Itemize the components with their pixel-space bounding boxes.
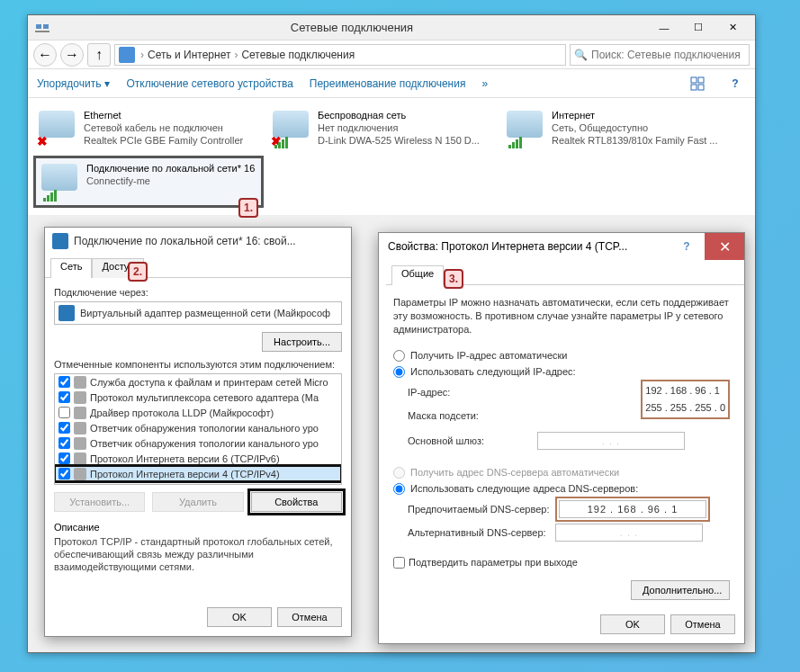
up-button[interactable]: ↑ [87,43,111,67]
protocol-icon [74,468,86,480]
control-panel-icon [119,47,135,63]
svg-rect-5 [691,85,697,90]
configure-button[interactable]: Настроить... [262,332,342,352]
ok-button[interactable]: OK [207,607,272,627]
adapter-name: Интернет [552,109,717,121]
protocol-icon [74,391,86,404]
service-icon [74,376,86,389]
titlebar: Сетевые подключения — ☐ ✕ [28,15,755,40]
close-button[interactable]: ✕ [715,17,750,39]
adapter-name: Ethernet [84,109,243,121]
list-item-ipv4[interactable]: Протокол Интернета версии 4 (TCP/IPv4) [55,466,341,481]
network-icon [52,233,68,249]
adapter-icon [505,109,546,148]
maximize-button[interactable]: ☐ [681,17,715,39]
confirm-checkbox[interactable]: Подтвердить параметры при выходе [393,556,730,569]
svg-rect-4 [698,77,704,83]
radio-auto-dns: Получить адрес DNS-сервера автоматически [393,464,730,480]
help-button[interactable]: ? [669,233,705,260]
view-options-icon[interactable] [687,73,708,94]
tab-network[interactable]: Сеть [50,258,92,278]
list-item[interactable]: Ответчик обнаружения топологии канальног… [55,420,341,435]
cancel-button[interactable]: Отмена [670,614,735,634]
adapter-status: Сетевой кабель не подключен [84,121,243,134]
search-box[interactable]: 🔍 [570,44,750,66]
signal-bars-icon [43,190,57,202]
breadcrumb-item[interactable]: Сетевые подключения [241,49,355,61]
protocol-icon [74,452,86,465]
adapter-icon: ✖ [271,109,312,148]
disable-device-cmd[interactable]: Отключение сетевого устройства [126,77,292,90]
list-item[interactable]: Ответчик обнаружения топологии канальног… [55,435,341,451]
radio-manual-ip[interactable]: Использовать следующий IP-адрес: [393,363,730,380]
alt-dns-label: Альтернативный DNS-сервер: [393,526,555,540]
ok-button[interactable]: OK [600,614,665,634]
adapter-status: Сеть, Общедоступно [552,121,717,134]
tab-general[interactable]: Общие [391,265,444,285]
components-label: Отмеченные компоненты используются этим … [54,359,342,370]
dialog-title: Подключение по локальной сети* 16: свой.… [45,228,351,255]
annotation-1: 1. [238,198,258,218]
breadcrumb[interactable]: › Сеть и Интернет › Сетевые подключения [114,44,566,66]
svg-rect-2 [35,31,49,32]
annotation-3: 3. [444,269,463,289]
organize-menu[interactable]: Упорядочить ▾ [37,77,110,90]
install-button[interactable]: Установить... [54,492,145,512]
radio-manual-dns[interactable]: Использовать следующие адреса DNS-сервер… [393,480,730,497]
adapter-wireless[interactable]: ✖ Беспроводная сеть Нет подключения D-Li… [267,105,492,152]
adapter-small-icon [58,305,75,321]
forward-button[interactable]: → [60,43,84,67]
adapter-device: Realtek RTL8139/810x Family Fast ... [552,134,717,147]
app-icon [33,19,51,37]
nav-row: ← → ↑ › Сеть и Интернет › Сетевые подклю… [28,40,755,69]
list-item[interactable]: Протокол мультиплексора сетевого адаптер… [55,390,341,405]
description-box: Описание Протокол TCP/IP - стандартный п… [54,521,342,573]
signal-bars-icon [508,137,522,148]
cancel-button[interactable]: Отмена [277,607,342,627]
adapter-name: Подключение по локальной сети* 16 [86,162,255,175]
help-icon[interactable]: ? [724,73,746,94]
component-list[interactable]: Служба доступа к файлам и принтерам сете… [54,373,342,485]
adapter-icon: ✖ [37,109,78,148]
dialog-title: Свойства: Протокол Интернета версии 4 (T… [379,233,744,260]
adapter-ethernet[interactable]: ✖ Ethernet Сетевой кабель не подключен R… [33,105,258,152]
close-button[interactable]: ✕ [705,233,744,260]
gateway-label: Основной шлюз: [393,435,537,448]
adapters-area: ✖ Ethernet Сетевой кабель не подключен R… [28,98,755,215]
list-item[interactable]: Драйвер протокола LLDP (Майкрософт) [55,405,341,420]
disconnected-icon: ✖ [37,134,48,148]
ip-address-input[interactable]: 192 . 168 . 96 . 1 [645,384,725,398]
alt-dns-input[interactable]: . . . [555,524,703,542]
properties-button[interactable]: Свойства [251,492,342,512]
connect-through-field: Виртуальный адаптер размещенной сети (Ма… [54,301,342,325]
list-item[interactable]: Протокол Интернета версии 6 (TCP/IPv6) [55,451,341,466]
adapter-internet[interactable]: Интернет Сеть, Общедоступно Realtek RTL8… [501,105,726,152]
adapter-icon [40,162,81,202]
uninstall-button[interactable]: Удалить [152,492,243,512]
protocol-icon [74,407,86,419]
adapter-lan16[interactable]: Подключение по локальной сети* 16 Connec… [33,156,264,208]
annotation-2: 2. [128,262,148,282]
list-item[interactable]: Служба доступа к файлам и принтерам сете… [55,374,341,390]
rename-connection-cmd[interactable]: Переименование подключения [310,77,466,90]
search-input[interactable] [591,49,745,61]
preferred-dns-input[interactable]: 192 . 168 . 96 . 1 [559,500,706,518]
back-button[interactable]: ← [33,43,57,67]
gateway-input[interactable]: . . . [537,432,685,450]
connect-through-label: Подключение через: [54,287,342,298]
subnet-mask-input[interactable]: 255 . 255 . 255 . 0 [645,401,725,415]
svg-rect-3 [691,77,697,83]
minimize-button[interactable]: — [647,17,681,39]
subnet-mask-label: Маска подсети: [393,409,537,423]
advanced-button[interactable]: Дополнительно... [631,580,730,600]
svg-rect-6 [698,85,704,90]
command-bar: Упорядочить ▾ Отключение сетевого устрой… [28,69,755,98]
search-icon: 🔍 [574,49,588,61]
intro-text: Параметры IP можно назначать автоматичес… [393,296,730,336]
adapter-device: D-Link DWA-525 Wireless N 150 D... [318,134,480,147]
tabstrip: Сеть Доступ [45,256,351,278]
protocol-icon [74,437,86,450]
breadcrumb-item[interactable]: Сеть и Интернет [148,49,230,61]
ipv4-properties-dialog: Свойства: Протокол Интернета версии 4 (T… [378,232,745,644]
radio-auto-ip[interactable]: Получить IP-адрес автоматически [393,347,730,363]
